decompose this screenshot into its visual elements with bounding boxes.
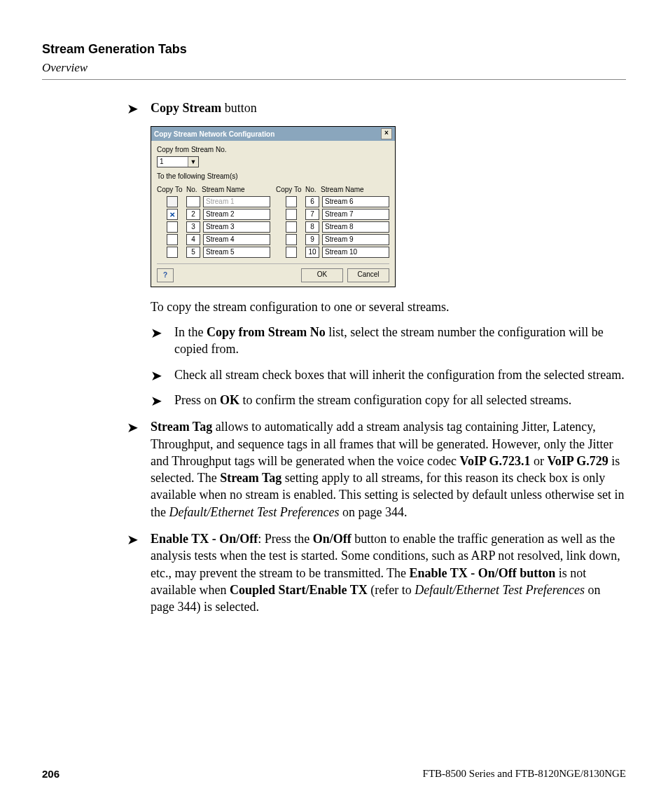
hdr-no: No. [186, 185, 202, 195]
copy-from-label: Copy from Stream No. [157, 145, 389, 155]
stream-name: Stream 2 [203, 209, 270, 220]
stream-name: Stream 10 [322, 247, 389, 258]
stream-number: 9 [305, 234, 319, 245]
text-bold: Enable TX - On/Off [151, 532, 258, 546]
text: (refer to [368, 583, 415, 597]
hdr-copy-to: Copy To [276, 185, 305, 195]
text: to confirm the stream configuration copy… [239, 393, 571, 407]
body-content: ➤ Copy Stream button Copy Stream Network… [151, 99, 626, 616]
dialog-title: Copy Stream Network Configuration [154, 130, 274, 139]
page-footer: 206 FTB-8500 Series and FTB-8120NGE/8130… [42, 768, 626, 780]
text-bold: Coupled Start/Enable TX [230, 583, 368, 597]
help-icon: ? [163, 270, 167, 280]
bullet-arrow-icon: ➤ [151, 394, 162, 408]
ok-button[interactable]: OK [301, 268, 343, 282]
cancel-button[interactable]: Cancel [347, 268, 389, 282]
stream-number: 5 [186, 247, 200, 258]
text: Press on [174, 393, 220, 407]
text: or [530, 454, 547, 468]
copy-to-checkbox[interactable] [286, 234, 297, 245]
chapter-title: Stream Generation Tabs [42, 42, 626, 57]
stream-number [186, 196, 200, 207]
copy-to-checkbox[interactable] [286, 209, 297, 220]
hdr-copy-to: Copy To [157, 185, 186, 195]
combo-value: 1 [160, 157, 164, 167]
text-bold: Enable TX - On/Off button [410, 566, 556, 580]
copy-to-checkbox[interactable]: ✕ [167, 209, 178, 220]
stream-number: 2 [186, 209, 200, 220]
lead-paragraph: To copy the stream configuration to one … [151, 298, 626, 315]
stream-name: Stream 9 [322, 234, 389, 245]
text: In the [174, 325, 207, 339]
column-header: Copy To No. Stream Name [276, 185, 389, 195]
stream-columns: Copy To No. Stream Name Stream 1✕2Stream… [157, 185, 389, 259]
sub-list: ➤ In the Copy from Stream No list, selec… [174, 324, 626, 408]
text-italic: Default/Ethernet Test Preferences [169, 505, 340, 519]
list-item-copy-stream: ➤ Copy Stream button [151, 99, 626, 116]
copy-stream-label-bold: Copy Stream [151, 101, 221, 115]
bullet-arrow-icon: ➤ [127, 420, 139, 434]
list-item-stream-tag: ➤ Stream Tag allows to automatically add… [151, 418, 626, 521]
text-bold: VoIP G.729 [547, 454, 608, 468]
stream-name: Stream 1 [203, 196, 270, 207]
stream-row: 7Stream 7 [276, 209, 389, 221]
copy-to-checkbox[interactable] [167, 247, 178, 258]
product-line: FTB-8500 Series and FTB-8120NGE/8130NGE [423, 768, 626, 780]
stream-name: Stream 8 [322, 221, 389, 233]
sub-item-press-ok: ➤ Press on OK to confirm the stream conf… [174, 392, 626, 408]
copy-to-checkbox[interactable] [286, 221, 297, 233]
copy-stream-dialog: Copy Stream Network Configuration × Copy… [151, 126, 396, 287]
stream-name: Stream 5 [203, 247, 270, 258]
text-italic: Default/Ethernet Test Preferences [415, 583, 585, 597]
stream-name: Stream 6 [322, 196, 389, 207]
dialog-body: Copy from Stream No. 1 ▼ To the followin… [151, 141, 395, 287]
bullet-arrow-icon: ➤ [127, 532, 139, 546]
document-page: Stream Generation Tabs Overview ➤ Copy S… [0, 0, 668, 812]
bullet-arrow-icon: ➤ [127, 102, 139, 116]
section-title: Overview [42, 61, 626, 75]
stream-column-right: Copy To No. Stream Name 6Stream 67Stream… [276, 185, 389, 259]
stream-row: 9Stream 9 [276, 234, 389, 246]
stream-row: 4Stream 4 [157, 234, 270, 246]
hdr-stream-name: Stream Name [202, 185, 270, 195]
sub-item-copy-from: ➤ In the Copy from Stream No list, selec… [174, 324, 626, 358]
stream-number: 7 [305, 209, 319, 220]
stream-row: 3Stream 3 [157, 221, 270, 233]
stream-row: Stream 1 [157, 196, 270, 208]
dialog-button-row: ? OK Cancel [157, 263, 389, 282]
chevron-down-icon: ▼ [188, 157, 198, 167]
list-item-enable-tx: ➤ Enable TX - On/Off: Press the On/Off b… [151, 530, 626, 615]
stream-number: 4 [186, 234, 200, 245]
stream-name: Stream 7 [322, 209, 389, 220]
copy-to-checkbox[interactable] [167, 221, 178, 233]
to-following-label: To the following Stream(s) [157, 172, 389, 181]
stream-number: 6 [305, 196, 319, 207]
text-bold: Stream Tag [151, 420, 212, 434]
text: on page 344. [339, 505, 407, 519]
copy-to-checkbox[interactable] [286, 247, 297, 258]
stream-name: Stream 3 [203, 221, 270, 233]
copy-stream-label-rest: button [221, 101, 257, 115]
stream-row: 8Stream 8 [276, 221, 389, 233]
dialog-figure: Copy Stream Network Configuration × Copy… [151, 126, 626, 287]
copy-to-checkbox[interactable] [286, 196, 297, 207]
copy-to-checkbox[interactable] [167, 234, 178, 245]
page-number: 206 [42, 768, 60, 780]
text: Check all stream check boxes that will i… [174, 368, 625, 382]
stream-row: 5Stream 5 [157, 247, 270, 259]
stream-row: 6Stream 6 [276, 196, 389, 208]
copy-from-combo[interactable]: 1 ▼ [157, 156, 199, 167]
help-button[interactable]: ? [157, 268, 174, 282]
column-header: Copy To No. Stream Name [157, 185, 270, 195]
dialog-titlebar: Copy Stream Network Configuration × [151, 127, 395, 141]
header-rule [42, 79, 626, 80]
stream-column-left: Copy To No. Stream Name Stream 1✕2Stream… [157, 185, 270, 259]
close-icon[interactable]: × [381, 128, 392, 139]
stream-number: 8 [305, 221, 319, 233]
text-bold: VoIP G.723.1 [460, 454, 531, 468]
stream-name: Stream 4 [203, 234, 270, 245]
text-bold: OK [220, 393, 239, 407]
copy-to-checkbox[interactable] [167, 196, 178, 207]
hdr-stream-name: Stream Name [321, 185, 389, 195]
stream-number: 10 [305, 247, 319, 258]
